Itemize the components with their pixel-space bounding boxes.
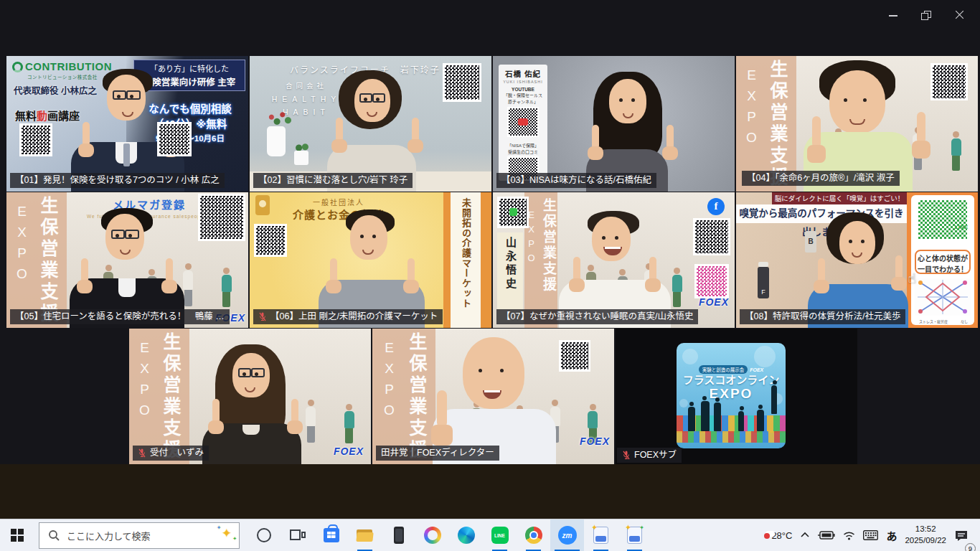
line-label: LINE (955, 224, 968, 230)
weather-button[interactable]: 28°C (768, 519, 792, 551)
network-indicator[interactable] (843, 519, 855, 551)
close-button[interactable] (943, 4, 976, 26)
participant-person (129, 329, 371, 464)
foex-logo: FOEX (334, 446, 364, 457)
copilot-icon (424, 527, 441, 544)
temperature-text: 28°C (771, 530, 792, 541)
taskbar-phone-button[interactable] (382, 519, 415, 551)
taskbar-cortana-button[interactable] (247, 519, 281, 551)
qr-code (254, 224, 287, 257)
taskbar-zoom-button[interactable]: zm (550, 519, 584, 551)
taskbar-store-button[interactable] (314, 519, 348, 551)
participant-label: 【08】特許取得の体質分析法/社元美歩 (740, 309, 905, 324)
video-tile-07-yamanaga[interactable]: 山永悟史 EXPO 生保営業支援 f FOEX 【07】なぜか重視されない睡眠の… (493, 192, 735, 328)
keyboard-icon (863, 530, 878, 540)
windows-taskbar: ここに入力して検索 ✦✦✦ LINE zm ✦ ✦✦ 28°C (0, 519, 980, 551)
system-tray: 28°C あ 13:522025/09/22 9 (768, 519, 980, 551)
touch-keyboard-button[interactable] (863, 519, 878, 551)
participant-label: FOEXサブ (617, 448, 682, 463)
line-app-icon: LINE (491, 527, 509, 544)
window-lower-area (0, 464, 980, 519)
mosaic-strip (677, 431, 786, 443)
taskbar-task-view-button[interactable] (281, 519, 314, 551)
cortana-icon (257, 528, 271, 542)
video-tile-01-kobayashi[interactable]: CONTRIBUTION コントリビューション株式会社 代表取締役 小林広之 無… (6, 56, 248, 192)
mic-muted-icon (138, 448, 146, 458)
edge-icon (458, 527, 475, 544)
battery-icon (818, 531, 835, 540)
mic-muted-icon (258, 312, 267, 321)
line-qr-code (497, 197, 529, 228)
restore-button[interactable] (910, 4, 943, 26)
video-tile-03-ishibashi[interactable]: 石橋 佑紀 YUKI ISHIBASHI YOUTUBE 「脱・保険セールス 原… (493, 56, 735, 192)
chrome-icon (525, 527, 542, 544)
qr-code (693, 218, 730, 255)
weather-alert-badge (764, 533, 770, 539)
card-title-expo: EXPO (677, 386, 786, 402)
windows-logo-icon (11, 529, 24, 542)
participant-label: 【07】なぜか重視されない睡眠の真実/山永悟史 (496, 309, 698, 324)
window-controls (877, 4, 976, 26)
video-tile-06-ueda[interactable]: 一般社団法人 介護とお金の相談 未開拓の介護マーケット 【06】上田 剛之/未開… (250, 192, 491, 328)
taskbar-file-explorer-button[interactable] (348, 519, 382, 551)
avatar-card: 実験と創造の展示会FOEX フラスコオンライン EXPO (677, 343, 786, 448)
video-tile-foex-sub[interactable]: 実験と創造の展示会FOEX フラスコオンライン EXPO FOEXサブ (616, 329, 857, 464)
pinned-apps: LINE zm ✦ ✦✦ (247, 519, 651, 551)
start-button[interactable] (0, 519, 34, 551)
task-view-icon (290, 529, 306, 542)
qr-code (198, 194, 245, 241)
instagram-qr-code (694, 264, 729, 298)
search-placeholder: ここに入力して検索 (67, 529, 151, 542)
participant-label: 【01】発見！保険を受け取る7つのコツ / 小林 広之 (10, 173, 225, 188)
video-tile-08-shamoto[interactable]: 脳にダイレクトに届く「嗅覚」はすごい！ 嗅覚から最高のパフォーマンスを引き出しま… (736, 192, 978, 328)
action-center-button[interactable]: 9 (954, 519, 974, 551)
taskbar-search-box[interactable]: ここに入力して検索 ✦✦✦ (39, 522, 240, 549)
participant-label: 受付 いずみ (133, 446, 209, 461)
facebook-icon: f (707, 198, 725, 215)
participant-label: 【02】習慣に潜む落とし穴/岩下 玲子 (253, 173, 413, 188)
video-tile-tai-foex-director[interactable]: EXPO 生保営業支援 FOEX 田井覚｜FOEXディレクター (372, 329, 614, 464)
taskbar-document-app-button[interactable]: ✦ (584, 519, 618, 551)
qr-code (443, 63, 481, 102)
wifi-icon (843, 531, 855, 540)
microsoft-store-icon (324, 528, 339, 542)
tray-overflow-chevron[interactable] (800, 519, 810, 551)
participant-label: 田井覚｜FOEXディレクター (376, 446, 499, 461)
qr-code (157, 122, 192, 156)
mic-muted-icon (622, 451, 631, 460)
search-icon (48, 529, 60, 541)
copilot-sparkle-icon: ✦✦✦ (222, 526, 232, 541)
ime-indicator[interactable]: あ (886, 519, 897, 551)
foex-logo: FOEX (580, 435, 610, 447)
participant-label: 【04】「余命6ヶ月の旅®」/滝沢 淑子 (742, 171, 900, 186)
taskbar-clock[interactable]: 13:522025/09/22 (905, 519, 946, 551)
qr-code (19, 123, 52, 156)
taskbar-line-button[interactable]: LINE (483, 519, 517, 551)
minimize-button[interactable] (877, 4, 910, 26)
participant-person (493, 56, 735, 192)
chevron-up-icon (800, 532, 810, 539)
clock-time: 13:52 (905, 524, 946, 535)
line-qr-code (916, 198, 969, 241)
notification-count-badge: 9 (965, 543, 976, 551)
participant-label: 【06】上田 剛之/未開拓の介護マーケット (253, 309, 443, 324)
video-tile-04-takizawa[interactable]: EXPO 生保営業支援 【04】「余命6ヶ月の旅®」/滝沢 淑子 (736, 56, 978, 192)
video-tile-02-iwashita[interactable]: バランスライフコーチ 岩下玲子 合同会社 HEALTHY HABIT 【02】習… (250, 56, 491, 192)
notification-icon (954, 529, 969, 542)
document-sparkle-icon: ✦ (593, 527, 608, 544)
phone-link-icon (394, 527, 404, 544)
taskbar-document-app-2-button[interactable]: ✦✦ (618, 519, 651, 551)
taskbar-edge-button[interactable] (449, 519, 483, 551)
clock-date: 2025/09/22 (905, 535, 946, 547)
video-tile-05-kamofuji[interactable]: EXPO 生保営業支援 メルマガ登録 We fully support life… (6, 192, 248, 328)
video-tile-reception-izumi[interactable]: EXPO 生保営業支援 FOEX 受付 いずみ (129, 329, 371, 464)
participant-label: 【03】NISAは味方になる話/石橋佑紀 (496, 173, 656, 188)
zoom-app-icon: zm (558, 526, 577, 545)
zoom-window: CONTRIBUTION コントリビューション株式会社 代表取締役 小林広之 無… (0, 0, 980, 551)
qr-code (559, 340, 590, 372)
taskbar-copilot-button[interactable] (415, 519, 449, 551)
card-title: フラスコオンライン (677, 372, 786, 387)
taskbar-chrome-button[interactable] (517, 519, 550, 551)
battery-indicator[interactable] (818, 519, 835, 551)
participant-person (250, 192, 491, 328)
